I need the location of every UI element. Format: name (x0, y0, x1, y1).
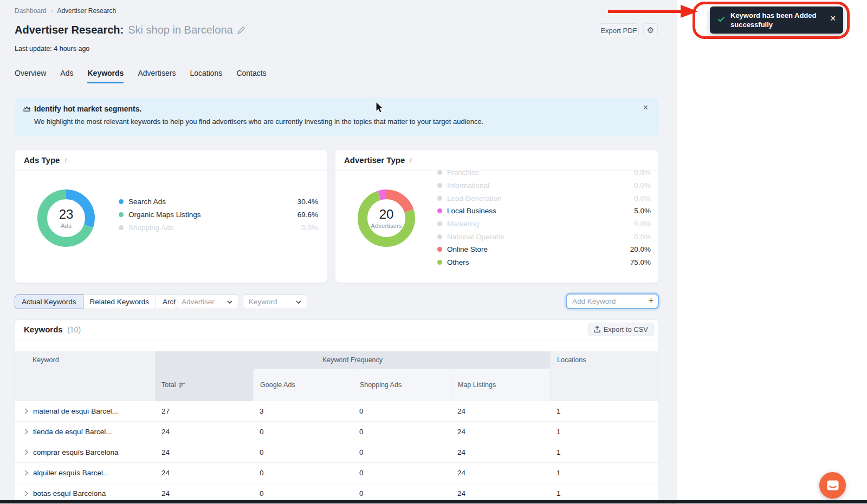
segment-related-keywords[interactable]: Related Keywords (83, 294, 157, 309)
edit-pencil-icon[interactable] (237, 26, 245, 34)
export-pdf-button[interactable]: Export PDF (599, 23, 639, 37)
google-ads-cell: 0 (253, 469, 353, 477)
segment-actual-keywords[interactable]: Actual Keywords (15, 294, 83, 309)
ads-type-card: Ads Type i 23 Ads Search Ads30.4%Organic… (15, 149, 327, 283)
legend-item[interactable]: Others75.0% (437, 256, 651, 269)
column-header-keyword[interactable]: Keyword (15, 351, 155, 401)
keyword-cell: alquiler esquís Barcel... (33, 469, 109, 477)
breadcrumb: Dashboard › Advertiser Research (15, 7, 116, 15)
advertiser-type-card: Advertiser Type i 20 Advertisers Franchi… (335, 149, 659, 283)
info-icon[interactable]: i (409, 156, 411, 164)
legend-item[interactable]: Franchise0.0% (437, 166, 651, 179)
tab-overview[interactable]: Overview (15, 69, 46, 81)
map-listings-cell: 24 (451, 448, 550, 456)
window-bottom-edge (0, 500, 867, 503)
shopping-ads-cell: 0 (353, 428, 451, 436)
legend-item[interactable]: Shopping Ads0.0% (119, 221, 318, 234)
ads-type-donut-chart[interactable]: 23 Ads (37, 189, 95, 247)
export-csv-button[interactable]: Export to CSV (588, 323, 654, 336)
ads-type-legend: Search Ads30.4%Organic Maps Listings69.6… (119, 195, 318, 234)
legend-label: Informational (447, 181, 634, 189)
ads-type-card-header: Ads Type i (15, 150, 327, 171)
legend-label: Shopping Ads (128, 224, 301, 232)
advertiser-type-donut-chart[interactable]: 20 Advertisers (358, 189, 415, 247)
app-page: Dashboard › Advertiser Research Advertis… (0, 0, 677, 504)
settings-gear-button[interactable]: ⚙ (643, 23, 658, 37)
add-keyword-field-wrap: + (566, 293, 659, 309)
table-body: material de esquí Barcel...2730241tienda… (15, 401, 658, 504)
locations-cell: 1 (550, 489, 659, 498)
map-listings-cell: 24 (451, 489, 550, 498)
legend-item[interactable]: Local Business5.0% (437, 205, 651, 218)
tab-advertisers[interactable]: Advertisers (138, 69, 176, 81)
banner-close-icon[interactable]: × (643, 103, 648, 112)
expand-chevron-icon[interactable] (24, 449, 28, 455)
legend-label: Lead Generation (447, 194, 634, 202)
legend-item[interactable]: Lead Generation0.0% (437, 192, 651, 205)
legend-color-dot (119, 199, 124, 204)
legend-value: 20.0% (630, 245, 651, 253)
expand-chevron-icon[interactable] (24, 408, 28, 414)
column-header-google-ads[interactable]: Google Ads (253, 369, 353, 401)
shopping-ads-cell: 0 (353, 448, 451, 456)
legend-item[interactable]: Informational0.0% (437, 179, 651, 192)
keyword-table-row[interactable]: comprar esquís Barcelona2400241 (15, 442, 658, 463)
expand-chevron-icon[interactable] (24, 490, 28, 496)
legend-color-dot (437, 208, 442, 213)
keyword-cell: comprar esquís Barcelona (33, 448, 119, 456)
legend-item[interactable]: Online Store20.0% (437, 243, 651, 256)
add-keyword-input[interactable] (566, 293, 659, 309)
expand-chevron-icon[interactable] (24, 470, 28, 476)
map-listings-cell: 24 (451, 407, 550, 415)
legend-value: 0.0% (634, 233, 651, 241)
legend-label: Marketing (447, 220, 634, 228)
tab-locations[interactable]: Locations (190, 69, 222, 81)
legend-label: National Operator (447, 233, 634, 241)
breadcrumb-dashboard-link[interactable]: Dashboard (15, 7, 47, 15)
chevron-down-icon (296, 300, 301, 304)
keyword-cell: tienda de esquí Barcel... (33, 428, 112, 436)
keyword-table-row[interactable]: alquiler esquís Barcel...2400241 (15, 463, 658, 483)
legend-color-dot (437, 260, 442, 265)
tab-contacts[interactable]: Contacts (236, 69, 266, 81)
google-ads-cell: 0 (253, 448, 353, 456)
keywords-view-segmented-control: Actual Keywords Related Keywords Archive… (15, 294, 198, 309)
info-icon[interactable]: i (64, 156, 66, 164)
page-title-prefix: Advertiser Research: (15, 24, 124, 36)
locations-cell: 1 (550, 469, 659, 477)
legend-item[interactable]: Marketing0.0% (437, 218, 651, 231)
keyword-filter-select[interactable]: Keyword (243, 294, 307, 309)
column-header-map-listings[interactable]: Map Listings (451, 369, 550, 401)
shopping-ads-cell: 0 (353, 469, 451, 477)
legend-value: 0.0% (634, 181, 651, 189)
column-header-locations[interactable]: Locations (550, 351, 659, 401)
advertiser-filter-select[interactable]: Advertiser (176, 294, 238, 309)
legend-item[interactable]: Search Ads30.4% (119, 195, 318, 208)
keyword-cell: material de esquí Barcel... (33, 407, 118, 415)
legend-item[interactable]: Organic Maps Listings69.6% (119, 208, 318, 221)
tabs-divider (15, 81, 659, 81)
map-listings-cell: 24 (451, 469, 550, 477)
legend-color-dot (437, 183, 442, 188)
keyword-table-row[interactable]: tienda de esquí Barcel...2400241 (15, 422, 658, 442)
legend-label: Local Business (447, 207, 634, 215)
legend-color-dot (437, 234, 442, 239)
toast-close-icon[interactable]: ✕ (830, 15, 836, 22)
keyword-table-row[interactable]: material de esquí Barcel...2730241 (15, 401, 658, 422)
legend-item[interactable]: National Operator0.0% (437, 230, 651, 243)
keywords-count-badge: (10) (67, 325, 81, 334)
legend-value: 5.0% (634, 207, 651, 215)
plus-icon[interactable]: + (649, 296, 654, 305)
map-listings-cell: 24 (451, 428, 550, 436)
column-header-shopping-ads[interactable]: Shopping Ads (353, 369, 451, 401)
sort-descending-icon (179, 383, 185, 388)
expand-chevron-icon[interactable] (24, 429, 28, 435)
google-ads-cell: 3 (253, 407, 353, 415)
column-header-total[interactable]: Total (155, 369, 253, 401)
keyword-cell: botas esquí Barcelona (33, 489, 106, 498)
google-ads-cell: 0 (253, 489, 353, 498)
chat-widget-button[interactable] (819, 472, 846, 499)
export-icon (594, 326, 600, 333)
tab-ads[interactable]: Ads (60, 69, 73, 81)
tab-keywords[interactable]: Keywords (87, 69, 124, 81)
